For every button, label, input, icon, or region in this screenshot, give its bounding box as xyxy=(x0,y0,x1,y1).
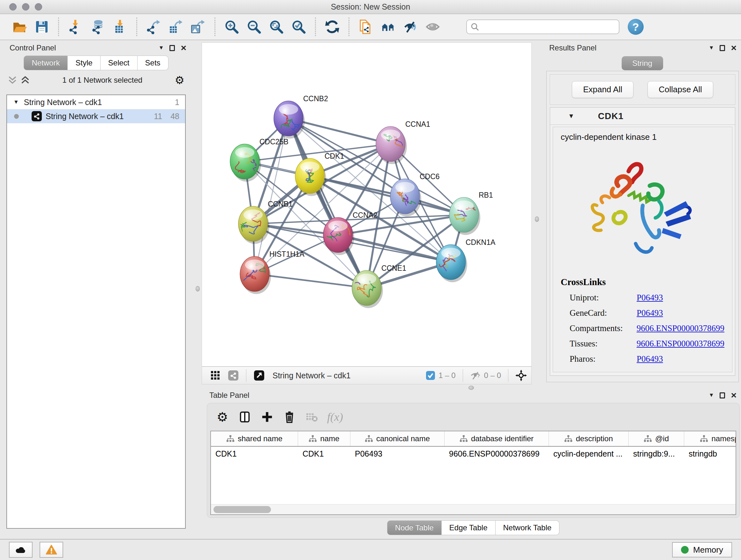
search-icon xyxy=(471,23,479,31)
scrollbar-thumb[interactable] xyxy=(213,506,271,513)
network-view-title: String Network – cdk1 xyxy=(273,371,351,380)
expand-all-button[interactable]: Expand All xyxy=(572,81,633,98)
network-collection-row[interactable]: ▼ String Network – cdk1 1 xyxy=(7,95,185,109)
tab-string[interactable]: String xyxy=(622,56,663,70)
panel-menu-icon[interactable]: ▼ xyxy=(158,45,164,51)
network-node-CDKN1A[interactable]: CDKN1A xyxy=(436,238,495,282)
tab-network[interactable]: Network xyxy=(23,56,68,70)
panel-float-icon[interactable] xyxy=(720,45,725,51)
export-table-icon[interactable] xyxy=(167,18,185,36)
export-image-icon[interactable] xyxy=(189,18,207,36)
change-species-icon[interactable] xyxy=(379,18,397,36)
tab-edge-table[interactable]: Edge Table xyxy=(442,520,495,535)
cell-description[interactable]: cyclin-dependent ... xyxy=(549,447,629,461)
zoom-in-icon[interactable] xyxy=(223,18,241,36)
view-share-icon[interactable] xyxy=(227,369,240,382)
column-header-shared-name[interactable]: shared name xyxy=(211,431,298,446)
tab-network-table[interactable]: Network Table xyxy=(495,520,560,535)
cdk1-entry-header[interactable]: ▼ CDK1 xyxy=(550,108,735,125)
panel-close-icon[interactable]: × xyxy=(731,392,737,398)
cell-namespace[interactable]: stringdb xyxy=(684,447,736,461)
crosslink-pharos-link[interactable]: P06493 xyxy=(636,354,663,364)
network-node-CCNB2[interactable]: CCNB2 xyxy=(274,95,328,138)
crosslink-uniprot-link[interactable]: P06493 xyxy=(636,293,663,303)
table-row[interactable]: CDK1 CDK1 P06493 9606.ENSP00000378699 cy… xyxy=(211,447,736,461)
import-network-from-database-icon[interactable] xyxy=(89,18,107,36)
network-node-CCNA1[interactable]: CCNA1 xyxy=(376,120,430,164)
collection-expand-icon[interactable]: ▼ xyxy=(13,99,19,105)
column-header-name[interactable]: name xyxy=(298,431,350,446)
memory-button[interactable]: Memory xyxy=(672,542,732,557)
panel-menu-icon[interactable]: ▼ xyxy=(709,45,714,51)
delete-column-icon[interactable] xyxy=(282,410,296,424)
network-node-HIST1H1A[interactable]: HIST1H1A xyxy=(238,250,305,294)
glass-eye-icon[interactable] xyxy=(424,18,442,36)
birds-eye-view-icon[interactable] xyxy=(253,369,266,382)
hidden-eye-icon[interactable] xyxy=(470,371,481,380)
search-input[interactable] xyxy=(479,22,615,32)
zoom-selected-region-icon[interactable] xyxy=(290,18,308,36)
cell-database-identifier[interactable]: 9606.ENSP00000378699 xyxy=(445,447,549,461)
zoom-out-icon[interactable] xyxy=(245,18,263,36)
cell-shared-name[interactable]: CDK1 xyxy=(211,447,298,461)
left-splitter-grip[interactable] xyxy=(196,286,200,292)
warning-status-button[interactable] xyxy=(40,542,63,558)
import-table-from-file-icon[interactable] xyxy=(111,18,129,36)
export-network-icon[interactable] xyxy=(145,18,162,36)
entry-collapse-icon[interactable]: ▼ xyxy=(568,112,575,120)
column-header-description[interactable]: description xyxy=(549,431,629,446)
panel-float-icon[interactable] xyxy=(720,392,725,398)
tab-node-table[interactable]: Node Table xyxy=(387,520,442,535)
bottom-splitter-grip[interactable] xyxy=(468,386,474,390)
window-title: Session: New Session xyxy=(0,2,741,11)
network-canvas[interactable]: CCNB2CCNA1CDC25BCDK1CDC6RB1CCNB1CCNA2CDK… xyxy=(202,43,532,367)
zoom-fit-content-icon[interactable] xyxy=(267,18,285,36)
copy-style-icon[interactable] xyxy=(357,18,375,36)
show-columns-icon[interactable] xyxy=(238,410,252,424)
selected-checkbox-icon[interactable] xyxy=(426,371,435,380)
crosslink-tissues-link[interactable]: 9606.ENSP00000378699 xyxy=(636,339,724,349)
column-header-database-identifier[interactable]: database identifier xyxy=(445,431,549,446)
tab-style[interactable]: Style xyxy=(68,56,100,70)
cell-name[interactable]: CDK1 xyxy=(298,447,350,461)
search-field[interactable] xyxy=(466,19,619,34)
panel-menu-icon[interactable]: ▼ xyxy=(709,392,714,398)
network-label: String Network – cdk1 xyxy=(46,112,124,121)
import-network-from-file-icon[interactable] xyxy=(66,18,84,36)
pan-crosshair-icon[interactable] xyxy=(515,370,527,381)
network-options-gear-icon[interactable]: ⚙ xyxy=(175,75,185,85)
panel-close-icon[interactable]: × xyxy=(731,45,737,51)
create-column-icon[interactable] xyxy=(260,410,274,424)
results-panel-title: Results Panel xyxy=(549,44,596,52)
cell-canonical-name[interactable]: P06493 xyxy=(350,447,445,461)
column-header-namespace[interactable]: namespace xyxy=(684,431,736,446)
collapse-all-button[interactable]: Collapse All xyxy=(648,81,713,98)
toolbar-separator xyxy=(136,17,137,36)
save-session-icon[interactable] xyxy=(33,18,51,36)
crosslink-compartments-link[interactable]: 9606.ENSP00000378699 xyxy=(636,323,724,333)
selected-counts: 1 – 0 xyxy=(439,371,455,380)
table-options-gear-icon[interactable]: ⚙ xyxy=(215,410,229,424)
network-node-RB1[interactable]: RB1 xyxy=(449,191,493,235)
string-network-view[interactable]: CCNB2CCNA1CDC25BCDK1CDC6RB1CCNB1CCNA2CDK… xyxy=(202,43,531,366)
column-header-canonical-name[interactable]: canonical name xyxy=(350,431,445,446)
view-grid-icon[interactable] xyxy=(209,369,222,382)
horizontal-scrollbar[interactable] xyxy=(211,504,736,514)
panel-close-icon[interactable]: × xyxy=(181,45,186,51)
panel-float-icon[interactable] xyxy=(170,45,175,51)
tab-select[interactable]: Select xyxy=(100,56,138,70)
right-splitter-grip[interactable] xyxy=(535,216,539,222)
crosslink-genecard-link[interactable]: P06493 xyxy=(636,308,663,318)
network-row-selected[interactable]: String Network – cdk1 11 48 xyxy=(7,109,185,123)
help-icon[interactable]: ? xyxy=(628,19,644,35)
show-hide-graphics-details-icon[interactable] xyxy=(401,18,419,36)
refresh-network-icon[interactable] xyxy=(323,18,341,36)
main-toolbar: ? xyxy=(0,14,741,40)
cell-id[interactable]: stringdb:9... xyxy=(629,447,684,461)
collapse-all-networks-icon[interactable] xyxy=(8,75,17,85)
tab-sets[interactable]: Sets xyxy=(138,56,169,70)
cloud-status-button[interactable] xyxy=(9,542,32,558)
column-header-id[interactable]: @id xyxy=(629,431,684,446)
expand-all-networks-icon[interactable] xyxy=(20,75,30,85)
open-session-icon[interactable] xyxy=(10,18,28,36)
